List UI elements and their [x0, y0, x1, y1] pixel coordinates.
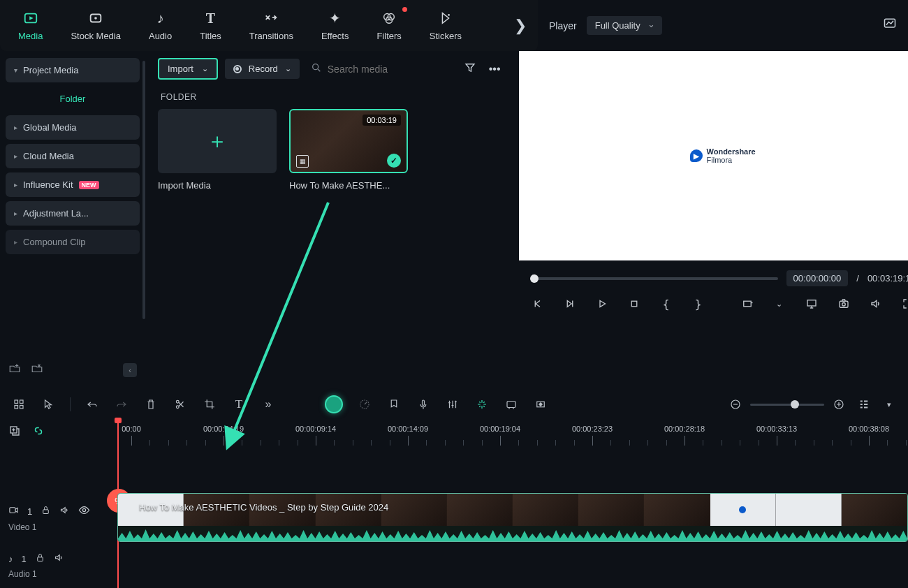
- svg-rect-29: [43, 510, 49, 514]
- more-tools-icon[interactable]: »: [261, 397, 276, 412]
- record-icon: [233, 65, 242, 73]
- add-track-icon[interactable]: [8, 425, 21, 444]
- sidebar-item-label: Adjustment La...: [23, 208, 89, 219]
- play-next-icon[interactable]: [562, 296, 578, 311]
- keyframe-icon[interactable]: [533, 397, 548, 412]
- list-view-icon[interactable]: [856, 397, 872, 412]
- text-icon[interactable]: T: [231, 397, 247, 412]
- tab-media[interactable]: Media: [4, 0, 57, 51]
- sidebar-item-label: Influence Kit: [23, 179, 73, 190]
- speed-icon[interactable]: [357, 397, 372, 412]
- zoom-in-icon[interactable]: [831, 397, 847, 412]
- zoom-slider[interactable]: [750, 404, 824, 406]
- more-options-icon[interactable]: •••: [486, 60, 504, 78]
- volume-icon[interactable]: [868, 296, 884, 311]
- chevron-right-icon: ▸: [14, 152, 17, 160]
- ai-tool-icon[interactable]: [325, 395, 343, 413]
- tab-label: Audio: [149, 31, 172, 41]
- import-button[interactable]: Import ⌄: [158, 58, 218, 80]
- sidebar-influence-kit[interactable]: ▸ Influence Kit NEW: [6, 172, 140, 197]
- tab-filters[interactable]: Filters: [363, 0, 415, 51]
- track-name: Audio 1: [8, 569, 109, 579]
- zoom-knob[interactable]: [791, 400, 799, 409]
- mark-out-icon[interactable]: }: [691, 296, 706, 311]
- marker-icon[interactable]: [386, 397, 402, 412]
- media-icon: [22, 10, 39, 27]
- timeline-ruler[interactable]: 00:0000:00:04:1900:00:09:1400:00:14:0900…: [117, 419, 908, 450]
- timeline-clip[interactable]: ▸ How To Make AESTHETIC Videos _ Step by…: [117, 493, 908, 542]
- link-toggle-icon[interactable]: [32, 425, 45, 444]
- sidebar-global-media[interactable]: ▸ Global Media: [6, 115, 140, 140]
- play-icon[interactable]: [594, 296, 610, 311]
- lock-icon[interactable]: [41, 505, 51, 517]
- player-chart-icon[interactable]: [883, 17, 897, 34]
- search-box[interactable]: [307, 62, 454, 75]
- tab-stickers[interactable]: Stickers: [416, 0, 476, 51]
- sidebar-collapse-icon[interactable]: ‹: [123, 363, 137, 377]
- new-folder-icon[interactable]: [8, 362, 21, 377]
- timecode-current[interactable]: 00:00:00:00: [786, 270, 849, 286]
- sidebar-item-label: Cloud Media: [23, 151, 74, 161]
- split-icon[interactable]: [173, 397, 188, 412]
- player-quality-select[interactable]: Full Quality: [587, 16, 662, 35]
- scrubber-track[interactable]: [530, 277, 778, 280]
- fullscreen-icon[interactable]: [900, 296, 908, 311]
- mute-icon[interactable]: [59, 505, 70, 517]
- filter-icon[interactable]: [461, 59, 479, 80]
- mark-in-icon[interactable]: {: [659, 296, 674, 311]
- ratio-icon[interactable]: [740, 296, 755, 311]
- tab-audio[interactable]: ♪ Audio: [135, 0, 186, 51]
- player-controls: { } ⌄: [519, 291, 908, 318]
- zoom-out-icon[interactable]: [728, 397, 743, 412]
- sidebar-cloud-media[interactable]: ▸ Cloud Media: [6, 144, 140, 168]
- prev-frame-icon[interactable]: [530, 296, 545, 311]
- lock-icon[interactable]: [35, 552, 45, 565]
- ruler-tick: 00:00:28:18: [664, 425, 705, 433]
- scrubber-knob[interactable]: [530, 274, 539, 283]
- record-button[interactable]: Record ⌄: [225, 59, 300, 79]
- import-media-card[interactable]: ＋ Import Media: [158, 109, 277, 191]
- redo-icon[interactable]: [114, 397, 129, 412]
- sidebar-scrollbar[interactable]: [142, 61, 145, 319]
- render-icon[interactable]: [504, 397, 519, 412]
- player-header: Player Full Quality: [538, 0, 908, 51]
- tab-label: Stock Media: [71, 31, 121, 41]
- svg-rect-17: [15, 406, 18, 409]
- display-icon[interactable]: [804, 296, 819, 311]
- sidebar-adjustment-layer[interactable]: ▸ Adjustment La...: [6, 201, 140, 226]
- watermark: ▶ Wondershare Filmora: [690, 147, 756, 164]
- sidebar-item-label: Folder: [60, 94, 86, 104]
- visibility-icon[interactable]: [78, 504, 90, 518]
- media-clip-card[interactable]: 00:03:19 ▦ ✓ How To Make AESTHE...: [289, 109, 408, 191]
- mute-icon[interactable]: [54, 552, 64, 565]
- chevron-down-icon[interactable]: ⌄: [772, 296, 787, 311]
- stop-icon[interactable]: [627, 296, 642, 311]
- chevron-down-icon[interactable]: ▾: [881, 397, 897, 412]
- delete-folder-icon[interactable]: [31, 362, 43, 377]
- pointer-icon[interactable]: [41, 397, 56, 412]
- audio-mixer-icon[interactable]: [445, 397, 460, 412]
- sidebar-compound-clip[interactable]: ▸ Compound Clip: [6, 230, 140, 254]
- search-input[interactable]: [328, 64, 450, 75]
- sidebar-item-label: Global Media: [23, 122, 77, 133]
- ruler-tick: 00:00:14:09: [388, 425, 428, 433]
- sidebar-project-media[interactable]: ▾ Project Media: [6, 58, 140, 82]
- player-viewport[interactable]: ▶ Wondershare Filmora: [519, 51, 908, 260]
- tabs-more-icon[interactable]: ❯: [514, 17, 534, 35]
- tab-effects[interactable]: ✦ Effects: [307, 0, 363, 51]
- chevron-right-icon: ▸: [14, 210, 17, 217]
- crop-icon[interactable]: [202, 397, 217, 412]
- undo-icon[interactable]: [85, 397, 100, 412]
- snapshot-icon[interactable]: [836, 296, 851, 311]
- layout-icon[interactable]: [11, 397, 27, 412]
- tab-transitions[interactable]: Transitions: [235, 0, 307, 51]
- voiceover-icon[interactable]: [416, 397, 431, 412]
- auto-crop-icon[interactable]: [474, 397, 490, 412]
- tab-titles[interactable]: T Titles: [186, 0, 235, 51]
- tab-stock-media[interactable]: Stock Media: [57, 0, 135, 51]
- sidebar-folder[interactable]: Folder: [6, 87, 140, 111]
- svg-rect-22: [423, 400, 425, 406]
- tab-label: Filters: [376, 31, 401, 41]
- svg-rect-23: [507, 402, 515, 408]
- delete-icon[interactable]: [143, 397, 159, 412]
